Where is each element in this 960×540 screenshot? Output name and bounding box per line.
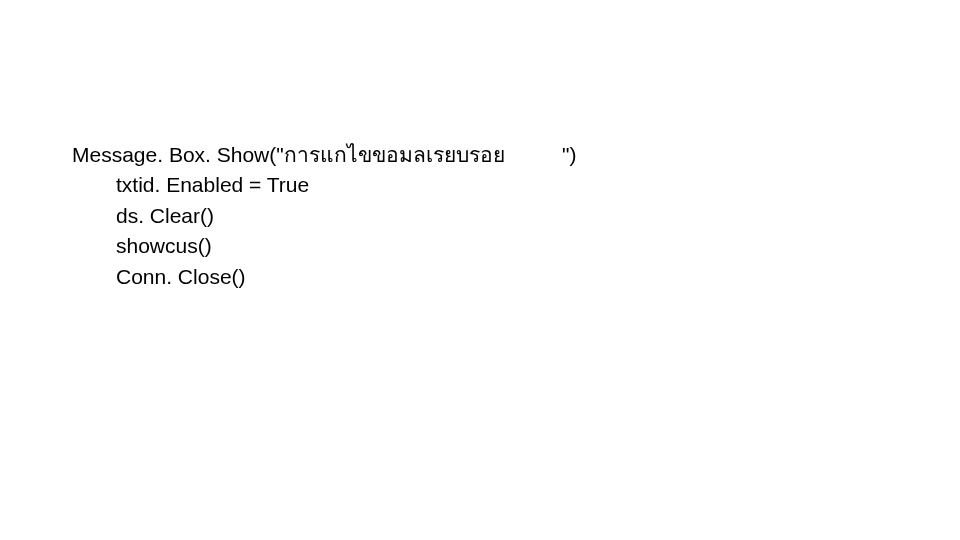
code-text-prefix: Message. Box. Show(" xyxy=(72,140,284,170)
code-text-suffix: ") xyxy=(562,140,576,170)
code-text-thai: การแกไขขอมลเรยบรอย xyxy=(284,140,505,170)
code-line-5: Conn. Close() xyxy=(72,262,505,292)
code-line-3: ds. Clear() xyxy=(72,201,505,231)
code-line-4: showcus() xyxy=(72,231,505,261)
code-line-1: Message. Box. Show("การแกไขขอมลเรยบรอย "… xyxy=(72,140,505,170)
code-line-2: txtid. Enabled = True xyxy=(72,170,505,200)
code-snippet: Message. Box. Show("การแกไขขอมลเรยบรอย "… xyxy=(72,140,505,292)
